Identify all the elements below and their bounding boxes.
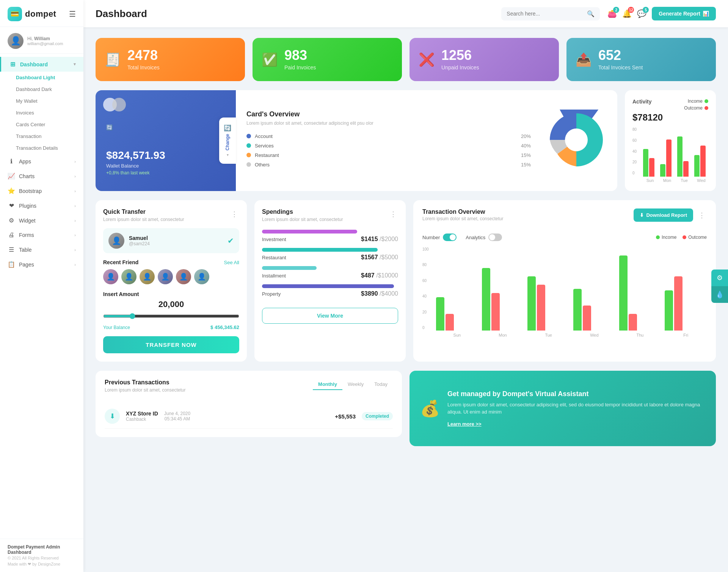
- download-report-button[interactable]: ⬇ Download Report: [634, 208, 693, 222]
- tab-today[interactable]: Today: [369, 379, 393, 390]
- table-icon: ☰: [8, 246, 15, 253]
- spendings-menu[interactable]: ⋮: [388, 208, 398, 220]
- recent-friend-label: Recent Friend: [103, 259, 138, 265]
- txn-type: Cashback: [126, 417, 158, 422]
- amount-display: 20,000: [103, 299, 239, 309]
- float-water-button[interactable]: 💧: [711, 286, 728, 303]
- friend-avatar-6[interactable]: 👤: [194, 269, 209, 284]
- sidebar-item-plugins[interactable]: ❤ Plugins ›: [0, 198, 83, 213]
- see-all-link[interactable]: See All: [224, 260, 239, 265]
- table-row: ⬇ XYZ Store ID Cashback June 4, 2020 05:…: [105, 404, 393, 429]
- txn-controls: Number Analytics Income: [422, 234, 707, 241]
- bottom-row: Quick Transfer Lorem ipsum dolor sit ame…: [96, 200, 716, 362]
- income-dot: [704, 99, 708, 103]
- x-label-tue: Tue: [677, 178, 691, 183]
- bar-mon: [660, 139, 674, 177]
- search-bar[interactable]: 🔍: [501, 7, 600, 20]
- transfer-now-button[interactable]: TRANSFER NOW: [103, 336, 239, 353]
- x-tue: Tue: [527, 333, 570, 337]
- wallet-icon-badge[interactable]: 👛 2: [607, 9, 617, 18]
- bar-sun-income: [643, 149, 648, 177]
- sidebar-sub-dashboard-light[interactable]: Dashboard Light: [0, 72, 83, 83]
- sidebar-sub-dashboard-dark[interactable]: Dashboard Dark: [0, 83, 83, 95]
- sidebar-sub-invoices[interactable]: Invoices: [0, 107, 83, 119]
- friend-avatar-5[interactable]: 👤: [176, 269, 191, 284]
- download-label: Download Report: [646, 212, 687, 218]
- main-content: Dashboard 🔍 👛 2 🔔 12 💬 5 Generate Report…: [83, 0, 728, 572]
- generate-report-button[interactable]: Generate Report 📊: [652, 7, 716, 20]
- sent-invoices-icon: 📤: [576, 52, 592, 67]
- view-more-button[interactable]: View More: [262, 308, 398, 324]
- txn-bar-thu: [619, 255, 661, 331]
- chat-icon-badge[interactable]: 💬 5: [637, 9, 646, 18]
- txn-store-info: XYZ Store ID Cashback: [126, 411, 158, 422]
- spendings-card: Spendings Lorem ipsum dolor sit amet, co…: [254, 200, 406, 362]
- sidebar-item-label: Apps: [19, 158, 31, 165]
- sidebar-sub-transaction-details[interactable]: Transaction Details: [0, 142, 83, 154]
- chevron-right-icon: ›: [74, 248, 76, 252]
- analytics-toggle[interactable]: [488, 234, 502, 241]
- va-icon: 💰: [420, 399, 440, 418]
- recent-friends-header: Recent Friend See All: [103, 259, 239, 265]
- quick-transfer-menu[interactable]: ⋮: [229, 208, 239, 220]
- sidebar-item-charts[interactable]: 📈 Charts ›: [0, 169, 83, 183]
- sidebar-item-label: Table: [19, 247, 31, 253]
- total-invoices-value: 2478: [127, 49, 160, 62]
- tab-weekly[interactable]: Weekly: [342, 379, 369, 390]
- search-input[interactable]: [507, 11, 584, 17]
- amount-slider[interactable]: [103, 313, 239, 319]
- sidebar-sub-transaction[interactable]: Transaction: [0, 130, 83, 142]
- x-sun: Sun: [436, 333, 478, 337]
- sidebar-item-dashboard[interactable]: ⊞ Dashboard ▾: [0, 57, 83, 72]
- unpaid-invoices-value: 1256: [441, 49, 479, 62]
- float-settings-button[interactable]: ⚙: [711, 270, 728, 286]
- txn-income-dot: [656, 235, 660, 239]
- transfer-user-id: @sam224: [129, 241, 150, 246]
- sidebar-item-bootstrap[interactable]: ⭐ Bootstrap ›: [0, 183, 83, 198]
- bell-icon-badge[interactable]: 🔔 12: [622, 9, 632, 18]
- txn-icon-cashback: ⬇: [105, 409, 120, 424]
- sidebar-item-label: Widget: [19, 218, 36, 224]
- bar-mon-outcome: [666, 139, 672, 177]
- sidebar-sub-cards-center[interactable]: Cards Center: [0, 119, 83, 130]
- account-pct: 20%: [521, 133, 531, 139]
- friend-avatar-2[interactable]: 👤: [121, 269, 136, 284]
- quick-transfer-card: Quick Transfer Lorem ipsum dolor sit ame…: [96, 200, 247, 362]
- sidebar-item-label: Bootstrap: [19, 188, 42, 194]
- sidebar-item-pages[interactable]: 📋 Pages ›: [0, 257, 83, 272]
- number-toggle[interactable]: [443, 234, 457, 241]
- plugins-icon: ❤: [8, 202, 15, 209]
- change-label: Change: [225, 134, 230, 150]
- sidebar-item-forms[interactable]: 🖨 Forms ›: [0, 228, 83, 242]
- txn-bars: [436, 247, 707, 331]
- va-learn-more-link[interactable]: Learn more >>: [447, 421, 482, 427]
- logo-icon: 💳: [8, 7, 22, 21]
- search-icon: 🔍: [587, 10, 595, 17]
- card-overview-title: Card's Overview: [246, 110, 531, 118]
- virtual-assistant-card: 💰 Get managed by Dompet's Virtual Assist…: [410, 371, 716, 446]
- txn-overview-menu[interactable]: ⋮: [697, 210, 707, 221]
- apps-icon: ℹ: [8, 158, 15, 165]
- sidebar-item-table[interactable]: ☰ Table ›: [0, 242, 83, 257]
- bar-sun: [643, 149, 657, 177]
- sidebar-item-apps[interactable]: ℹ Apps ›: [0, 154, 83, 169]
- friend-avatar-3[interactable]: 👤: [140, 269, 155, 284]
- friend-avatar-4[interactable]: 👤: [158, 269, 173, 284]
- forms-icon: 🖨: [8, 232, 15, 238]
- sidebar-item-widget[interactable]: ⚙ Widget ›: [0, 213, 83, 228]
- x-fri: Fri: [665, 333, 707, 337]
- amount-slider-wrap: [103, 313, 239, 321]
- friend-avatar-1[interactable]: 👤: [103, 269, 118, 284]
- tab-monthly[interactable]: Monthly: [313, 379, 342, 390]
- prev-txn-header: Previous Transactions Lorem ipsum dolor …: [105, 379, 393, 399]
- user-info: Hi, William william@gmail.com: [27, 36, 63, 46]
- txn-y-axis: 100 80 60 40 20 0: [422, 247, 429, 330]
- txn-bar-sun: [436, 297, 478, 331]
- total-invoices-label: Total Invoices: [127, 64, 160, 71]
- tab-group: Monthly Weekly Today: [313, 379, 393, 390]
- hamburger-icon[interactable]: ☰: [69, 9, 76, 19]
- sidebar-sub-my-wallet[interactable]: My Wallet: [0, 95, 83, 107]
- wallet-change-button[interactable]: 🔄 Change ▾: [219, 118, 236, 164]
- x-mon: Mon: [482, 333, 524, 337]
- pie-chart: [546, 110, 607, 172]
